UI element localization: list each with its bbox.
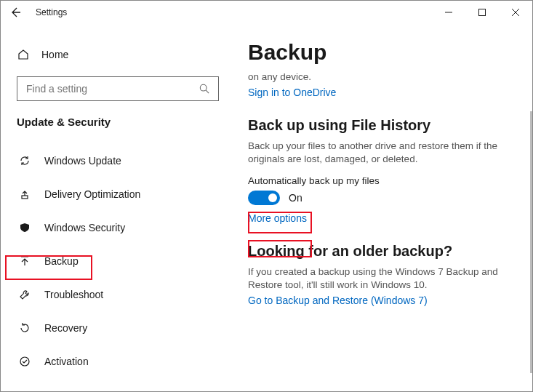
sidebar-item-backup[interactable]: Backup [17,244,219,278]
window-controls [432,1,532,24]
search-input[interactable] [25,82,198,95]
sidebar-category: Update & Security [17,116,248,128]
sync-icon [18,154,31,167]
svg-point-3 [20,357,29,366]
maximize-icon [478,9,486,16]
sidebar-item-delivery-optimization[interactable]: Delivery Optimization [17,177,219,211]
minimize-button[interactable] [432,1,465,24]
backup-restore-win7-link[interactable]: Go to Backup and Restore (Windows 7) [248,295,513,306]
sidebar-item-activation[interactable]: Activation [17,345,219,378]
sidebar-item-label: Troubleshoot [44,289,103,300]
home-label: Home [41,49,68,60]
signin-onedrive-link[interactable]: Sign in to OneDrive [248,87,513,98]
svg-point-1 [200,84,207,91]
scrollbar[interactable] [530,111,532,373]
search-icon [198,82,211,95]
sidebar-item-recovery[interactable]: Recovery [17,311,219,345]
more-options-link[interactable]: More options [248,212,513,224]
activation-icon [18,355,31,368]
sidebar: Home Update & Security Windows Update [1,24,248,391]
backup-icon [18,255,31,268]
shield-icon [18,221,31,234]
back-button[interactable] [8,5,23,20]
sidebar-item-label: Windows Update [44,155,121,167]
svg-rect-2 [22,196,28,199]
filehistory-heading: Back up using File History [248,117,513,134]
settings-window: Settings Home [0,0,533,392]
sidebar-item-label: Activation [44,356,89,367]
svg-rect-0 [479,9,486,16]
maximize-button[interactable] [465,1,499,24]
intro-text: on any device. [248,71,513,84]
toggle-thumb [268,193,277,202]
sidebar-home[interactable]: Home [17,44,248,65]
older-backup-desc: If you created a backup using the Window… [248,265,513,292]
recovery-icon [18,321,31,335]
minimize-icon [445,9,452,16]
older-backup-heading: Looking for an older backup? [248,243,513,260]
sidebar-item-windows-security[interactable]: Windows Security [17,211,219,244]
sidebar-item-troubleshoot[interactable]: Troubleshoot [17,278,219,311]
content-pane: Backup on any device. Sign in to OneDriv… [248,24,532,391]
titlebar: Settings [1,1,532,24]
page-title: Backup [248,40,513,65]
auto-backup-label: Automatically back up my files [248,175,513,186]
auto-backup-toggle[interactable] [248,191,280,205]
sidebar-item-windows-update[interactable]: Windows Update [17,144,219,177]
search-box[interactable] [17,76,219,101]
sidebar-item-label: Delivery Optimization [44,188,140,200]
wrench-icon [18,288,31,301]
close-icon [512,9,519,16]
sidebar-item-label: Backup [44,255,79,267]
home-icon [17,48,30,61]
toggle-state-text: On [289,192,302,204]
window-title: Settings [36,7,67,17]
filehistory-desc: Back up your files to another drive and … [248,140,513,166]
sidebar-item-label: Recovery [44,322,87,334]
delivery-icon [18,188,31,201]
sidebar-item-label: Windows Security [44,222,125,233]
arrow-left-icon [9,7,21,18]
close-button[interactable] [499,1,532,24]
